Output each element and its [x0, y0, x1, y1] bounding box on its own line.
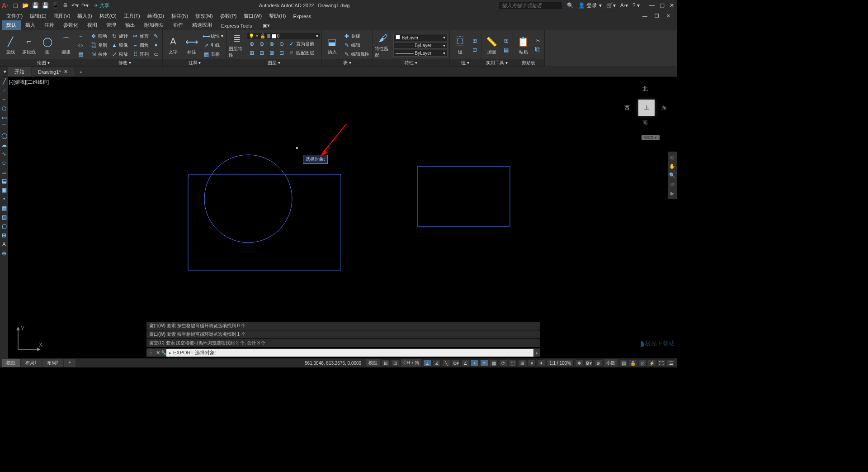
drawing-area[interactable]: ╱ ⟋ ⌐ ⬠ ▭ ⌒ ◯ ☁ ∿ ⬭ ⌓ ⬓ ▣ • ▦ ▨ ▢ ⊞ A ⊕ …	[0, 77, 677, 358]
viewcube-north[interactable]: 北	[642, 85, 648, 93]
menu-dimension[interactable]: 标注(N)	[169, 12, 191, 20]
nav-wheel-icon[interactable]: ◎	[669, 153, 676, 161]
layer-tool-4[interactable]: ⊙	[277, 40, 286, 48]
shape-rectangle-small[interactable]	[417, 167, 510, 226]
tab-start[interactable]: 开始	[8, 67, 31, 76]
command-input[interactable]: ▸ EXPORT 选择对象:	[166, 349, 533, 357]
login-button[interactable]: 👤 登录 ▾	[578, 2, 602, 10]
space-toggle[interactable]: 模型	[366, 359, 380, 367]
gizmo-toggle[interactable]: ✦	[537, 359, 545, 367]
layer-tool-6[interactable]: ⊟	[257, 49, 266, 57]
transparency-toggle[interactable]: ▦	[490, 359, 498, 367]
saveas-icon[interactable]: 💾	[42, 2, 49, 9]
3dosnap-toggle[interactable]: ⬚	[509, 359, 517, 367]
cart-icon[interactable]: 🛒▾	[606, 2, 616, 9]
arc-button[interactable]: ⌒圆弧	[57, 35, 75, 55]
web-icon[interactable]: 📱	[52, 2, 59, 9]
snap-toggle[interactable]: ⊡	[391, 359, 399, 367]
tab-parametric[interactable]: 参数化	[59, 20, 83, 30]
layer-combo[interactable]: 💡 ☀ 🔓 🖶 0 ▾	[247, 33, 320, 39]
filetabs-menu[interactable]: ▾	[2, 69, 8, 75]
quick-props-toggle[interactable]: ▤	[619, 359, 627, 367]
tool-arc-icon[interactable]: ⌒	[0, 123, 8, 130]
hardware-accel[interactable]: ⚡	[648, 359, 656, 367]
edit-block-button[interactable]: ✎编辑	[342, 41, 371, 49]
cmdline-close-icon[interactable]: ✕	[155, 350, 161, 356]
util-2[interactable]: ▤	[502, 46, 511, 54]
search-icon[interactable]: 🔍	[567, 2, 574, 9]
search-input[interactable]	[499, 2, 562, 9]
nav-orbit-icon[interactable]: ⟳	[669, 181, 676, 188]
viewcube-east[interactable]: 东	[661, 104, 667, 112]
move-button[interactable]: ✥移动	[89, 32, 108, 40]
array-button[interactable]: ⠿阵列	[131, 50, 150, 58]
customize[interactable]: ☰	[667, 359, 675, 367]
copy-button[interactable]: ⿻复制	[89, 41, 108, 49]
grid-toggle[interactable]: ⊞	[382, 359, 390, 367]
ime-indicator[interactable]: CH ♪ 简	[401, 359, 422, 367]
erase-button[interactable]: ✎	[151, 32, 160, 40]
tab-featured[interactable]: 精选应用	[188, 20, 217, 30]
layout-1[interactable]: 布局1	[21, 359, 42, 367]
trim-button[interactable]: ✂修剪	[131, 32, 150, 40]
doc-close-icon[interactable]: ✕	[664, 12, 673, 20]
lock-ui-toggle[interactable]: 🔒	[629, 359, 637, 367]
menu-tools[interactable]: 工具(T)	[121, 12, 143, 20]
layer-tool-7[interactable]: ⊠	[267, 49, 276, 57]
ellipse-button[interactable]: ⬭	[76, 41, 85, 49]
layer-tool-3[interactable]: ⊗	[267, 40, 276, 48]
menu-window[interactable]: 窗口(W)	[241, 12, 264, 20]
cmdline-recent-icon[interactable]: 🔧	[161, 350, 166, 355]
mirror-button[interactable]: ▲镜像	[110, 41, 129, 49]
tool-block-icon[interactable]: ▣	[0, 186, 8, 194]
linetype-combo[interactable]: ———— ByLayer▾	[393, 50, 448, 57]
set-current-button[interactable]: ✓置为当前	[287, 40, 316, 48]
dyn-input-toggle[interactable]: +	[471, 359, 479, 367]
measure-button[interactable]: 📏测量	[483, 35, 500, 55]
tool-xline-icon[interactable]: ⟋	[0, 87, 8, 94]
tool-pline-icon[interactable]: ⌐	[0, 96, 8, 103]
tool-point-icon[interactable]: •	[0, 195, 8, 203]
sel-filter-toggle[interactable]: ▾	[528, 359, 536, 367]
copy-clip-button[interactable]: ⿻	[533, 46, 542, 54]
match-layer-button[interactable]: ≡匹配图层	[287, 49, 316, 57]
layer-tool-1[interactable]: ⊕	[247, 40, 256, 48]
tool-revcloud-icon[interactable]: ☁	[0, 141, 8, 148]
doc-restore-icon[interactable]: ❐	[652, 12, 662, 20]
menu-modify[interactable]: 修改(M)	[193, 12, 216, 20]
cycling-toggle[interactable]: ⟳	[499, 359, 507, 367]
polar-toggle[interactable]: ∡	[433, 359, 441, 367]
tab-drawing1[interactable]: Drawing1*✕	[32, 67, 74, 76]
menu-parametric[interactable]: 参数(P)	[217, 12, 240, 20]
workspace-switch[interactable]: ⚙▾	[585, 359, 593, 367]
tool-circle-icon[interactable]: ◯	[0, 132, 8, 139]
nav-zoom-icon[interactable]: 🔍	[669, 172, 676, 179]
otrack-toggle[interactable]: ∠	[461, 359, 469, 367]
minimize-icon[interactable]: —	[649, 2, 655, 9]
tool-ellarc-icon[interactable]: ⌓	[0, 168, 8, 176]
cut-button[interactable]: ✂	[533, 37, 542, 45]
menu-view[interactable]: 视图(V)	[51, 12, 73, 20]
scale-button[interactable]: ⤢缩放	[110, 50, 129, 58]
layer-tool-2[interactable]: ⊖	[257, 40, 266, 48]
model-canvas[interactable]	[8, 77, 668, 358]
match-props-button[interactable]: 🖌特性匹配	[375, 32, 392, 58]
doc-minimize-icon[interactable]: —	[640, 12, 650, 20]
line-button[interactable]: ╱直线	[2, 35, 19, 55]
tool-insert-icon[interactable]: ⬓	[0, 177, 8, 185]
anno-monitor[interactable]: ⊕	[594, 359, 602, 367]
spline-button[interactable]: ~	[76, 32, 85, 40]
offset-button[interactable]: ⊂	[151, 50, 160, 58]
new-icon[interactable]: ▢	[12, 2, 19, 9]
wcs-selector[interactable]: WCS ▾	[642, 135, 660, 140]
dimension-button[interactable]: ⟷标注	[183, 35, 200, 55]
command-line[interactable]: ⠿ ✕ 🔧 ▸ EXPORT 选择对象: ▴	[146, 348, 540, 357]
tool-gradient-icon[interactable]: ▨	[0, 214, 8, 221]
lineweight-combo[interactable]: ———— ByLayer▾	[393, 42, 448, 49]
layout-model[interactable]: 模型	[2, 359, 20, 367]
util-1[interactable]: ⊞	[502, 37, 511, 45]
edit-attr-button[interactable]: ✎编辑属性	[342, 50, 371, 58]
polyline-button[interactable]: ⌐多段线	[20, 35, 38, 55]
tab-annotate[interactable]: 注释	[40, 20, 59, 30]
tab-express[interactable]: Express Tools	[217, 22, 256, 30]
